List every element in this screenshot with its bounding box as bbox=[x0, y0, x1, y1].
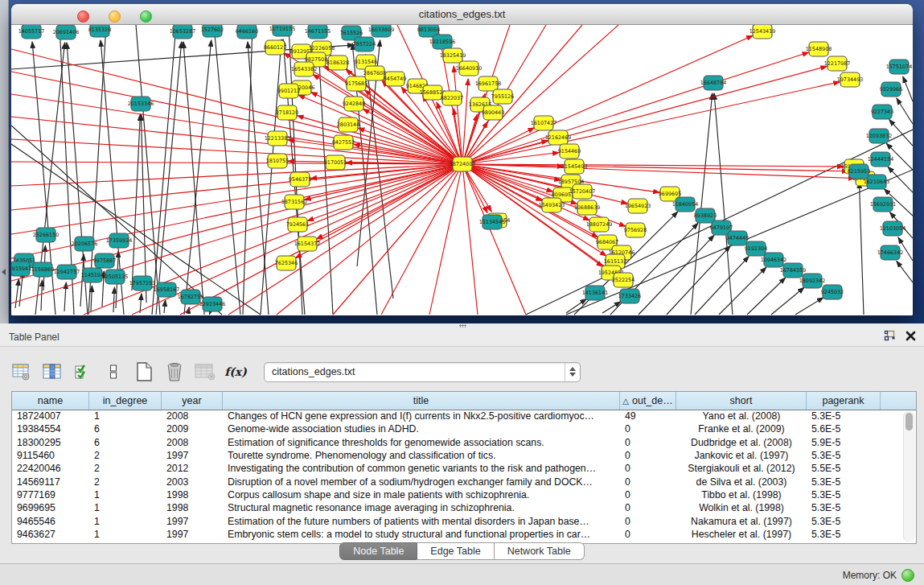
graph-node[interactable]: 17466342 bbox=[877, 245, 904, 260]
graph-node[interactable]: 16107427 bbox=[531, 116, 557, 130]
left-collapse-strip[interactable] bbox=[0, 0, 9, 323]
table-row[interactable]: 977716911998Corpus callosum shape and si… bbox=[12, 488, 903, 501]
graph-node[interactable]: 12162469 bbox=[545, 130, 572, 145]
table-row[interactable]: 946554611997Estimation of the future num… bbox=[12, 514, 903, 527]
graph-node[interactable]: 12923446 bbox=[199, 297, 226, 311]
graph-node[interactable]: 11545493 bbox=[561, 159, 588, 174]
graph-node[interactable]: 9901212 bbox=[277, 84, 300, 98]
table-vertical-scrollbar[interactable] bbox=[903, 411, 915, 542]
graph-node[interactable]: 12093832 bbox=[866, 129, 893, 143]
graph-node[interactable]: 20153346 bbox=[128, 97, 154, 111]
graph-node[interactable]: 8822037 bbox=[441, 91, 463, 105]
row-height-button[interactable] bbox=[103, 360, 124, 383]
graph-node[interactable]: 9192304 bbox=[745, 241, 767, 256]
table-row[interactable]: 2242004622012Investigating the contribut… bbox=[12, 462, 903, 475]
graph-node[interactable]: 15720407 bbox=[569, 184, 596, 199]
table-row[interactable]: 1872400712008Changes of HCN gene express… bbox=[12, 410, 903, 422]
graph-node[interactable]: 10653287 bbox=[170, 25, 196, 39]
graph-node[interactable]: 12213383 bbox=[265, 131, 291, 146]
select-columns-button[interactable] bbox=[72, 360, 93, 383]
graph-node[interactable]: 10688639 bbox=[574, 200, 601, 215]
graph-node[interactable]: 11840954 bbox=[672, 197, 699, 212]
graph-node[interactable]: 7955126 bbox=[491, 89, 514, 104]
graph-node[interactable]: 10719155 bbox=[269, 25, 296, 36]
graph-node[interactable]: 10946342 bbox=[761, 253, 787, 267]
graph-node[interactable]: 16543382 bbox=[291, 62, 318, 76]
tab-edge-table[interactable]: Edge Table bbox=[417, 542, 494, 560]
scrollbar-thumb[interactable] bbox=[906, 413, 913, 431]
column-header-out_degree[interactable]: △out_de… bbox=[620, 392, 676, 410]
graph-node[interactable]: 14671355 bbox=[305, 25, 331, 39]
graph-node[interactable]: 14136141 bbox=[582, 286, 609, 300]
graph-node[interactable]: 16033809 bbox=[368, 25, 395, 37]
graph-node[interactable]: 16154377 bbox=[294, 237, 321, 251]
delete-column-button[interactable] bbox=[164, 360, 185, 383]
close-panel-button[interactable] bbox=[906, 331, 916, 341]
new-column-button[interactable] bbox=[133, 360, 154, 383]
column-header-title[interactable]: title bbox=[223, 392, 620, 410]
graph-node[interactable]: 12103054 bbox=[880, 221, 906, 236]
graph-node[interactable]: 11548908 bbox=[806, 42, 832, 56]
graph-node[interactable]: 9245032 bbox=[821, 285, 844, 299]
network-canvas[interactable]: 1872400714055717206914068135328106532871… bbox=[11, 25, 913, 315]
column-header-pagerank[interactable]: pagerank bbox=[807, 392, 881, 410]
graph-node[interactable]: 9175685 bbox=[345, 76, 368, 91]
show-column-button[interactable] bbox=[42, 360, 63, 383]
graph-node[interactable]: 12543419 bbox=[749, 25, 776, 39]
graph-node[interactable]: 18807249 bbox=[586, 217, 613, 232]
graph-node[interactable]: 7857224 bbox=[353, 37, 376, 51]
graph-node[interactable]: 16784359 bbox=[780, 263, 807, 278]
function-builder-button[interactable]: f(x) bbox=[225, 360, 246, 383]
graph-node[interactable]: 9474445 bbox=[726, 231, 749, 245]
network-graph[interactable]: 1872400714055717206914068135328106532871… bbox=[11, 25, 913, 315]
graph-node[interactable]: 8135328 bbox=[88, 25, 111, 37]
graph-node[interactable]: 9890443 bbox=[482, 105, 504, 120]
graph-node[interactable]: 9227343 bbox=[871, 105, 893, 119]
graph-node[interactable]: 17359924 bbox=[106, 233, 133, 248]
graph-node[interactable]: 16958167 bbox=[154, 282, 180, 297]
graph-node[interactable]: 8454749 bbox=[384, 72, 406, 86]
graph-node[interactable]: 19654923 bbox=[625, 199, 651, 213]
graph-node[interactable]: 19218596 bbox=[429, 35, 456, 49]
graph-node[interactable]: 1156869 bbox=[31, 262, 54, 277]
graph-node[interactable]: 7625346 bbox=[275, 256, 298, 270]
graph-node[interactable]: 1733426 bbox=[618, 289, 641, 303]
graph-node[interactable]: 12444154 bbox=[868, 152, 894, 167]
graph-node[interactable]: 1145194 bbox=[81, 268, 104, 282]
graph-node[interactable]: 2718120 bbox=[276, 105, 298, 120]
graph-node[interactable]: 12942757 bbox=[54, 265, 80, 279]
column-header-in_degree[interactable]: in_degree bbox=[89, 392, 162, 410]
graph-node[interactable]: 18325419 bbox=[440, 48, 466, 63]
column-header-year[interactable]: year bbox=[162, 392, 223, 410]
graph-node[interactable]: 9546375 bbox=[289, 172, 311, 187]
graph-node[interactable]: 18731562 bbox=[281, 195, 308, 209]
graph-node[interactable]: 2522254 bbox=[612, 273, 634, 287]
graph-node[interactable]: 19734493 bbox=[837, 72, 864, 87]
import-table-button[interactable] bbox=[195, 360, 216, 383]
graph-node[interactable]: 1527602 bbox=[201, 25, 224, 37]
graph-node[interactable]: 9329966 bbox=[880, 82, 902, 97]
graph-node[interactable]: 20691406 bbox=[53, 25, 80, 39]
tab-node-table[interactable]: Node Table bbox=[339, 542, 417, 560]
table-row[interactable]: 1456911722003Disruption of a novel membe… bbox=[12, 475, 903, 488]
table-row[interactable]: 946362711997Embryonic stem cells: a mode… bbox=[12, 528, 903, 541]
table-row[interactable]: 1830029562008Estimation of significance … bbox=[12, 436, 903, 449]
table-select-dropdown[interactable]: citations_edges.txt bbox=[264, 362, 581, 382]
float-panel-button[interactable] bbox=[884, 330, 896, 341]
graph-node[interactable]: 9756928 bbox=[624, 223, 647, 237]
graph-node[interactable]: 18092342 bbox=[799, 274, 826, 288]
graph-node[interactable]: 8660123 bbox=[264, 40, 286, 55]
graph-node[interactable]: 20206576 bbox=[72, 237, 98, 251]
graph-node[interactable]: 25266150 bbox=[33, 228, 60, 242]
table-mode-button[interactable] bbox=[11, 360, 32, 383]
graph-node[interactable]: 12217987 bbox=[824, 56, 851, 71]
graph-node[interactable]: 15751074 bbox=[886, 60, 913, 74]
graph-node[interactable]: 15134545 bbox=[479, 215, 506, 229]
graph-node[interactable]: 12505135 bbox=[102, 270, 129, 284]
network-window-titlebar[interactable]: citations_edges.txt bbox=[11, 4, 913, 25]
graph-node[interactable]: 15692931 bbox=[870, 197, 897, 212]
graph-node[interactable]: 8215953 bbox=[848, 164, 870, 179]
graph-node[interactable]: 9170051 bbox=[324, 155, 347, 170]
column-header-name[interactable]: name bbox=[12, 392, 89, 410]
graph-node[interactable]: 9154469 bbox=[558, 144, 581, 159]
